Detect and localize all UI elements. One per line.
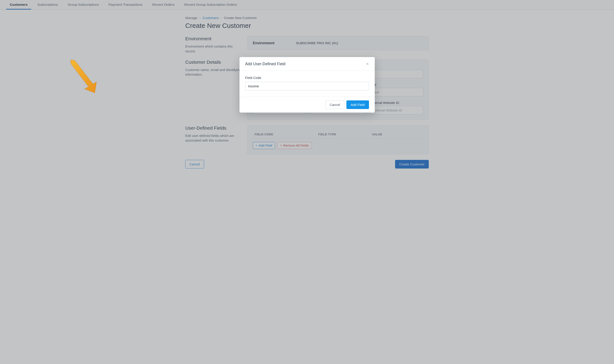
modal-body: Field Code: [240, 71, 375, 97]
modal-cancel-button[interactable]: Cancel: [325, 100, 344, 109]
modal-title: Add User-Defined Field: [245, 62, 286, 66]
field-code-label: Field Code: [245, 76, 369, 80]
field-code-input[interactable]: [245, 82, 369, 91]
modal-overlay[interactable]: Add User-Defined Field × Field Code Canc…: [0, 0, 614, 364]
modal-footer: Cancel Add Field: [240, 97, 375, 113]
add-udf-modal: Add User-Defined Field × Field Code Canc…: [240, 57, 375, 113]
close-icon[interactable]: ×: [366, 62, 369, 66]
modal-header: Add User-Defined Field ×: [240, 57, 375, 71]
modal-add-field-button[interactable]: Add Field: [346, 100, 369, 109]
